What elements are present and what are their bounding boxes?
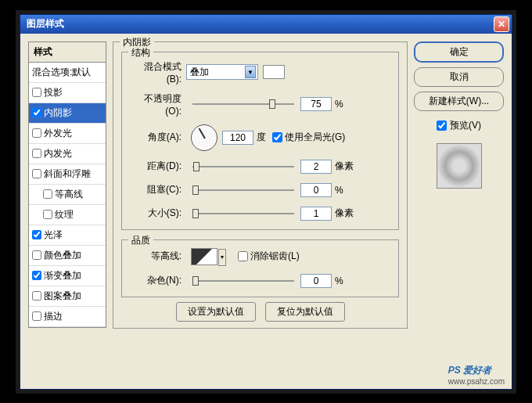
style-label: 外发光 (44, 127, 72, 140)
choke-label: 阻塞(C): (130, 183, 186, 196)
style-checkbox[interactable] (32, 128, 41, 138)
style-item[interactable]: 等高线 (29, 185, 106, 205)
close-icon: ✕ (498, 19, 505, 30)
reset-default-button[interactable]: 复位为默认值 (265, 302, 345, 322)
style-checkbox[interactable] (32, 108, 41, 117)
style-label: 图案叠加 (44, 290, 81, 303)
angle-unit: 度 (257, 131, 266, 144)
choke-input[interactable] (300, 183, 332, 197)
blend-mode-select[interactable]: 叠加 ▼ (186, 64, 258, 80)
styles-list: 混合选项:默认投影内阴影外发光内发光斜面和浮雕等高线纹理光泽颜色叠加渐变叠加图案… (28, 63, 106, 328)
distance-label: 距离(D): (130, 160, 186, 173)
style-checkbox[interactable] (32, 291, 41, 300)
choke-slider[interactable] (192, 189, 294, 191)
preview-thumbnail (437, 143, 482, 189)
style-item[interactable]: 投影 (29, 83, 106, 103)
style-item[interactable]: 混合选项:默认 (29, 63, 106, 83)
noise-label: 杂色(N): (130, 274, 186, 287)
style-label: 投影 (44, 86, 63, 99)
size-input[interactable] (300, 207, 332, 221)
quality-legend: 品质 (128, 234, 153, 247)
style-checkbox[interactable] (32, 311, 41, 321)
chevron-down-icon[interactable]: ▾ (218, 249, 226, 266)
angle-indicator-icon (199, 128, 206, 139)
distance-unit: 像素 (335, 160, 354, 173)
style-label: 内阴影 (44, 106, 72, 120)
style-item[interactable]: 渐变叠加 (29, 266, 106, 286)
style-label: 斜面和浮雕 (44, 167, 91, 181)
close-button[interactable]: ✕ (494, 16, 509, 32)
style-checkbox[interactable] (32, 149, 41, 158)
contour-label: 等高线: (130, 250, 186, 263)
antialias-checkbox[interactable]: 消除锯齿(L) (238, 250, 300, 263)
preview-input[interactable] (437, 121, 447, 131)
style-item[interactable]: 描边 (29, 307, 106, 327)
slider-thumb[interactable] (193, 162, 200, 171)
size-slider[interactable] (192, 213, 294, 214)
antialias-input[interactable] (238, 251, 248, 261)
style-label: 渐变叠加 (44, 269, 81, 282)
style-label: 等高线 (55, 188, 83, 201)
size-label: 大小(S): (130, 207, 186, 220)
set-default-button[interactable]: 设置为默认值 (176, 302, 256, 322)
settings-column: 内阴影 结构 混合模式(B): 叠加 ▼ 不透明度(O): (113, 41, 408, 381)
new-style-button[interactable]: 新建样式(W)... (414, 92, 504, 111)
preview-checkbox[interactable]: 预览(V) (414, 119, 504, 132)
action-column: 确定 取消 新建样式(W)... 预览(V) (414, 41, 504, 381)
style-item[interactable]: 内阴影 (29, 103, 106, 124)
opacity-input[interactable] (300, 97, 332, 111)
style-checkbox[interactable] (43, 189, 52, 199)
angle-label: 角度(A): (130, 131, 186, 144)
style-item[interactable]: 外发光 (29, 124, 106, 144)
ok-button[interactable]: 确定 (414, 41, 504, 63)
slider-thumb[interactable] (192, 185, 199, 195)
style-item[interactable]: 纹理 (29, 205, 106, 225)
style-checkbox[interactable] (32, 230, 41, 239)
angle-dial[interactable] (191, 124, 217, 151)
style-checkbox[interactable] (32, 271, 41, 280)
style-item[interactable]: 内发光 (29, 144, 106, 164)
style-label: 描边 (44, 310, 63, 323)
angle-input[interactable] (222, 131, 253, 145)
slider-thumb[interactable] (192, 209, 199, 218)
noise-slider[interactable] (192, 280, 294, 282)
opacity-unit: % (335, 99, 343, 110)
style-checkbox[interactable] (32, 88, 41, 97)
quality-group: 品质 等高线: ▾ 消除锯齿(L) 杂色(N): (121, 239, 399, 297)
choke-unit: % (335, 185, 343, 196)
blend-mode-label: 混合模式(B): (130, 60, 186, 85)
style-label: 颜色叠加 (44, 249, 81, 262)
opacity-label: 不透明度(O): (130, 92, 186, 117)
style-item[interactable]: 颜色叠加 (29, 246, 106, 266)
style-checkbox[interactable] (32, 250, 41, 260)
style-checkbox[interactable] (32, 169, 41, 178)
style-item[interactable]: 图案叠加 (29, 286, 106, 307)
styles-column: 样式 混合选项:默认投影内阴影外发光内发光斜面和浮雕等高线纹理光泽颜色叠加渐变叠… (28, 41, 106, 381)
noise-unit: % (335, 275, 343, 286)
global-light-checkbox[interactable]: 使用全局光(G) (272, 131, 345, 144)
blend-mode-value: 叠加 (190, 66, 209, 79)
shadow-color-swatch[interactable] (263, 65, 285, 79)
distance-slider[interactable] (192, 166, 294, 167)
style-checkbox[interactable] (43, 210, 52, 219)
contour-picker[interactable]: ▾ (191, 248, 217, 265)
antialias-label: 消除锯齿(L) (250, 250, 300, 263)
structure-legend: 结构 (128, 46, 153, 59)
opacity-slider[interactable] (192, 103, 294, 105)
layer-style-dialog: 图层样式 ✕ 样式 混合选项:默认投影内阴影外发光内发光斜面和浮雕等高线纹理光泽… (20, 14, 512, 390)
style-label: 混合选项:默认 (32, 66, 91, 79)
window-title: 图层样式 (27, 17, 64, 31)
distance-input[interactable] (300, 160, 332, 174)
noise-input[interactable] (300, 274, 332, 288)
size-unit: 像素 (335, 207, 354, 220)
style-item[interactable]: 斜面和浮雕 (29, 164, 106, 185)
slider-thumb[interactable] (192, 276, 199, 286)
slider-thumb[interactable] (269, 99, 275, 109)
style-label: 光泽 (44, 228, 63, 242)
watermark: PS 爱好者 www.psahz.com (448, 359, 505, 386)
structure-group: 结构 混合模式(B): 叠加 ▼ 不透明度(O): % (121, 52, 399, 230)
style-item[interactable]: 光泽 (29, 225, 106, 246)
titlebar: 图层样式 ✕ (20, 15, 512, 34)
cancel-button[interactable]: 取消 (414, 67, 504, 87)
global-light-input[interactable] (272, 132, 282, 142)
